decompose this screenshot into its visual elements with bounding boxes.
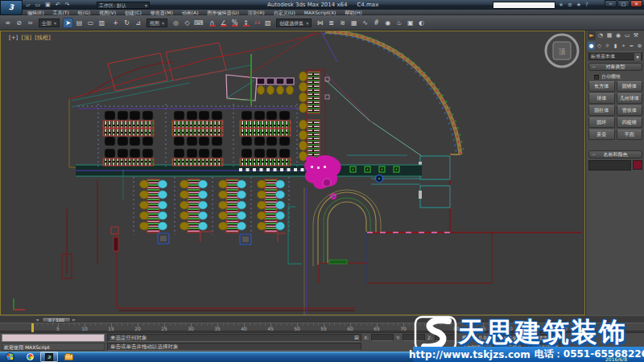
help-icon[interactable]: ? [585,1,588,9]
tab-display-icon[interactable]: ▭ [623,31,631,40]
lights-icon[interactable]: ☼ [604,42,611,50]
taskbar-pinwheel-icon[interactable] [21,352,39,362]
auto-key-button[interactable]: 自动关键点 [493,334,528,342]
taskbar-folder-icon[interactable] [60,352,77,362]
menu-item[interactable]: MAXScript(X) [304,10,336,14]
menu-item[interactable]: 渲染(R) [248,10,265,14]
tab-utilities-icon[interactable]: ⚒ [632,31,640,40]
cameras-icon[interactable]: ▮ [612,42,619,50]
primitive-button[interactable]: 茶壶 [588,130,615,140]
coordinate-system-dropdown[interactable]: 视图▾ [147,19,167,27]
select-scale-icon[interactable]: ⊿ [133,18,143,28]
communication-center-icon[interactable]: ≡ [568,1,572,9]
object-name-input[interactable] [588,160,631,171]
unlink-selection-icon[interactable]: ⊘ [14,18,24,28]
primitive-button[interactable]: 圆环 [588,117,615,128]
primitive-button[interactable]: 四棱锥 [617,117,643,128]
percent-snap-icon[interactable]: % [229,18,240,28]
rendered-frame-icon[interactable]: ▣ [405,18,415,28]
viewport-menu-shading[interactable]: [线框] [35,35,50,41]
bind-to-spacewarp-icon[interactable]: ≈ [25,18,35,28]
primitive-button[interactable]: 管状体 [617,105,643,116]
application-menu-button[interactable]: 3 [0,0,23,15]
geometry-icon[interactable]: ● [588,42,595,50]
edit-named-selections-icon[interactable]: ▧ [262,18,273,28]
current-frame-marker[interactable] [31,323,34,332]
spinner-snap-icon[interactable]: ↕ [241,18,251,28]
select-by-name-icon[interactable]: ▤ [74,18,85,28]
menu-item[interactable]: 帮助(H) [345,10,361,14]
object-type-rollout[interactable]: −对象类型 [588,63,642,71]
layer-manager-icon[interactable]: ≋ [337,18,348,28]
viewcube[interactable]: 顶 [546,35,578,67]
favorites-icon[interactable]: ★ [576,1,581,9]
viewport-menu-view[interactable]: [顶] [22,35,31,41]
key-filters-button[interactable]: 关键点过滤器... [530,343,565,351]
workspace-dropdown[interactable]: 工作区: 默认▾ [97,2,150,9]
menu-item[interactable]: 组(G) [78,10,90,14]
window-crossing-icon[interactable]: ▥ [97,18,107,28]
autogrid-checkbox[interactable] [594,75,599,80]
render-setup-icon[interactable]: ♨ [394,18,404,28]
menu-item[interactable]: 动画(A) [182,10,199,14]
tab-hierarchy-icon[interactable]: ▦ [605,31,613,40]
track-bar[interactable]: 5101520253035404550556065707580859095100 [0,323,644,331]
tab-motion-icon[interactable]: ◉ [614,31,622,40]
viewport-top[interactable]: [+] [顶] [线框] [0,31,585,315]
maxscript-mini-listener[interactable] [2,334,105,342]
render-production-icon[interactable]: ◐ [416,18,427,28]
menu-item[interactable]: 工具(T) [52,10,68,14]
selected-filter-dropdown[interactable]: 选定对象 [530,334,565,342]
align-icon[interactable]: ≣ [326,18,336,28]
add-time-tag[interactable]: 添加时间标记 [462,344,491,352]
schematic-view-icon[interactable]: # [371,18,382,28]
menu-item[interactable]: 自定义(U) [274,10,295,14]
menu-item[interactable]: 视图(V) [99,10,116,14]
open-file-icon[interactable]: ▭ [35,1,40,9]
select-manipulate-icon[interactable]: ◇ [182,18,192,28]
next-frame-arrow[interactable]: ► [72,317,76,322]
new-file-icon[interactable]: ▱ [26,1,30,9]
select-object-icon[interactable]: ➤ [63,18,73,28]
close-button[interactable]: ✕ [630,0,642,7]
start-button[interactable] [6,352,14,361]
primitive-category-dropdown[interactable]: ▾标准基本体 [588,51,642,60]
x-coordinate-field[interactable] [371,334,394,341]
primitive-button[interactable]: 平面 [617,130,643,140]
redo-icon[interactable]: ↷ [65,1,70,9]
space-warps-icon[interactable]: ≈ [628,42,635,50]
taskbar-3dsmax-icon[interactable]: ϶ [40,352,58,362]
primitive-button[interactable]: 圆锥体 [617,81,643,92]
set-key-button[interactable]: 设置关键点 [493,343,528,351]
selection-lock-icon[interactable]: ⊠ [354,335,359,341]
select-rotate-icon[interactable]: ↻ [122,18,132,28]
select-and-link-icon[interactable]: ∞ [2,18,13,28]
maximize-button[interactable]: ▢ [617,0,630,7]
systems-icon[interactable]: ⊚ [636,42,643,50]
selection-filter-dropdown[interactable]: 全部▾ [39,19,60,27]
undo-icon[interactable]: ↶ [56,1,60,9]
snap-toggle-icon[interactable]: ∩ [207,18,217,28]
time-slider-handle[interactable]: 0 / 100 [42,317,71,323]
menu-item[interactable]: 修改器(M) [151,10,173,14]
rectangular-region-icon[interactable]: ▭ [85,18,96,28]
keyboard-override-icon[interactable]: ⌨ [193,18,204,28]
select-move-icon[interactable]: + [110,18,121,28]
infocenter-search[interactable] [493,2,555,9]
primitive-button[interactable]: 球体 [588,93,615,104]
menu-item[interactable]: 编辑(E) [27,10,43,14]
helpers-icon[interactable]: ⌖ [620,42,627,50]
name-color-rollout[interactable]: −名称和颜色 [588,150,642,158]
curve-editor-icon[interactable]: ∿ [360,18,370,28]
object-color-swatch[interactable] [633,160,642,170]
angle-snap-icon[interactable]: ∠ [218,18,229,28]
z-coordinate-field[interactable] [435,334,457,341]
menu-item[interactable]: 创建(C) [125,10,142,14]
primitive-button[interactable]: 几何球体 [617,93,643,104]
graphite-ribbon-icon[interactable]: ▦ [349,18,359,28]
y-coordinate-field[interactable] [402,334,425,341]
save-file-icon[interactable]: ▣ [45,1,51,9]
mirror-icon[interactable]: ⋈ [315,18,325,28]
time-slider[interactable]: ◄ 0 / 100 ► [0,315,644,323]
primitive-button[interactable]: 长方体 [588,81,615,92]
